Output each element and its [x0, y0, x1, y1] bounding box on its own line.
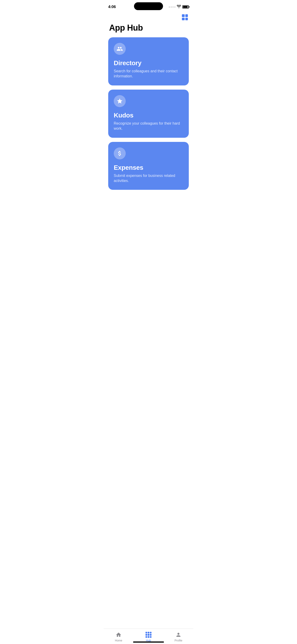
status-time: 4:06: [108, 4, 116, 9]
kudos-card[interactable]: Kudos Recognize your colleagues for thei…: [108, 90, 189, 138]
expenses-card[interactable]: Expenses Submit expenses for business re…: [108, 142, 189, 190]
star-icon: [114, 95, 126, 107]
dollar-icon: [114, 148, 126, 160]
directory-title: Directory: [114, 60, 183, 67]
status-bar: 4:06: [104, 0, 194, 12]
page-title: App Hub: [104, 22, 194, 37]
directory-card[interactable]: Directory Search for colleagues and thei…: [108, 37, 189, 86]
people-icon: [114, 43, 126, 55]
expenses-title: Expenses: [114, 164, 183, 171]
grid-view-icon[interactable]: [182, 14, 188, 20]
wifi-icon: [177, 5, 181, 9]
status-icons: [169, 5, 189, 9]
header: [104, 12, 194, 22]
directory-desc: Search for colleagues and their contact …: [114, 69, 183, 79]
battery-icon: [182, 5, 189, 8]
app-cards-container: Directory Search for colleagues and thei…: [104, 37, 194, 190]
expenses-desc: Submit expenses for business related act…: [114, 173, 183, 184]
kudos-title: Kudos: [114, 112, 183, 119]
signal-icon: [169, 6, 176, 8]
kudos-desc: Recognize your colleagues for their hard…: [114, 121, 183, 131]
notch: [134, 2, 163, 10]
